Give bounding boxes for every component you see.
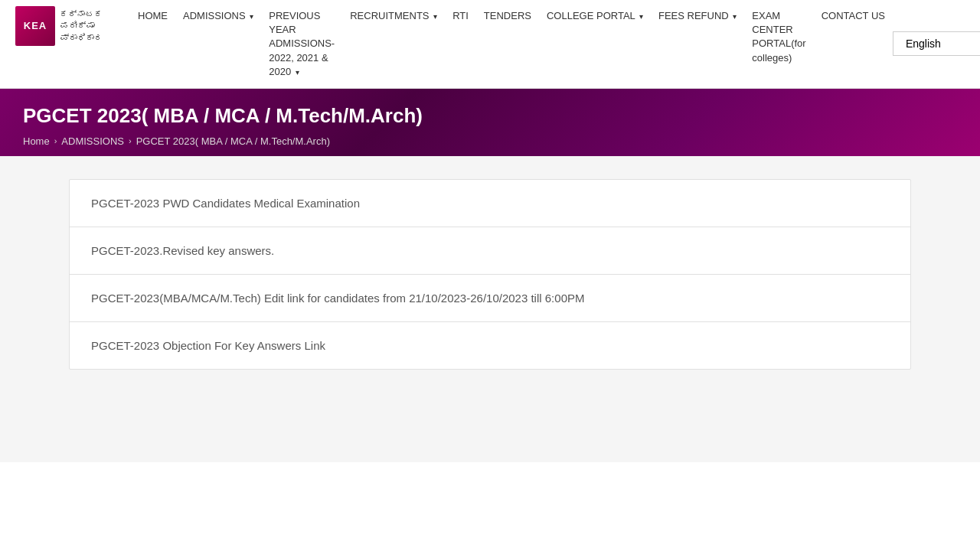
logo-text-line2: ಪ್ರಾಧಿಕಾರ <box>60 32 115 44</box>
nav-fees-refund[interactable]: FEES REFUND ▾ <box>651 6 744 26</box>
nav-rti[interactable]: RTI <box>445 6 476 26</box>
nav-home[interactable]: HOME <box>130 6 175 26</box>
nav-contact-label: CONTACT US <box>822 10 885 21</box>
hero-banner: PGCET 2023( MBA / MCA / M.Tech/M.Arch) H… <box>0 89 980 156</box>
kea-logo-icon: KEA <box>15 6 55 46</box>
language-selector-container: English Kannada <box>893 31 980 56</box>
nav-previous-year[interactable]: PREVIOUS YEAR ADMISSIONS-2022, 2021 & 20… <box>261 6 342 82</box>
logo-letters: KEA <box>24 20 47 32</box>
list-item[interactable]: PGCET-2023 Objection For Key Answers Lin… <box>70 322 910 369</box>
nav-admissions-label: ADMISSIONS <box>183 10 246 21</box>
list-item-text: PGCET-2023 Objection For Key Answers Lin… <box>91 339 325 352</box>
language-select[interactable]: English Kannada <box>893 31 980 56</box>
header: KEA ಕರ್ನಾಟಕ ಪರೀಕ್ಷಾ ಪ್ರಾಧಿಕಾರ HOME ADMIS… <box>0 0 980 89</box>
breadcrumb-chevron-2: › <box>129 136 132 145</box>
nav-home-label: HOME <box>138 10 168 21</box>
chevron-down-icon: ▾ <box>639 12 643 21</box>
logo-area: KEA ಕರ್ನಾಟಕ ಪರೀಕ್ಷಾ ಪ್ರಾಧಿಕಾರ <box>15 6 115 46</box>
breadcrumb-home[interactable]: Home <box>23 135 50 147</box>
list-item-text: PGCET-2023.Revised key answers. <box>91 244 274 257</box>
list-item-text: PGCET-2023(MBA/MCA/M.Tech) Edit link for… <box>91 292 584 305</box>
chevron-down-icon: ▾ <box>296 68 299 77</box>
main-content: PGCET-2023 PWD Candidates Medical Examin… <box>0 156 980 462</box>
list-item[interactable]: PGCET-2023.Revised key answers. <box>70 227 910 275</box>
list-item[interactable]: PGCET-2023 PWD Candidates Medical Examin… <box>70 180 910 227</box>
nav-rti-label: RTI <box>452 10 469 21</box>
nav-tenders-label: TENDERS <box>484 10 531 21</box>
chevron-down-icon: ▾ <box>250 12 253 21</box>
nav-tenders[interactable]: TENDERS <box>476 6 539 26</box>
nav-exam-center[interactable]: EXAM CENTER PORTAL(for colleges) <box>744 6 813 68</box>
nav-recruitments[interactable]: RECRUITMENTS ▾ <box>342 6 445 26</box>
chevron-down-icon: ▾ <box>433 12 437 21</box>
nav-previous-year-label: PREVIOUS YEAR ADMISSIONS-2022, 2021 & 20… <box>269 10 335 77</box>
nav-contact[interactable]: CONTACT US <box>814 6 893 26</box>
nav-fees-refund-label: FEES REFUND <box>658 10 729 21</box>
nav-college-portal-label: COLLEGE PORTAL <box>547 10 635 21</box>
breadcrumb: Home › ADMISSIONS › PGCET 2023( MBA / MC… <box>23 135 957 147</box>
breadcrumb-current: PGCET 2023( MBA / MCA / M.Tech/M.Arch) <box>136 135 330 147</box>
breadcrumb-admissions[interactable]: ADMISSIONS <box>61 135 124 147</box>
list-item-text: PGCET-2023 PWD Candidates Medical Examin… <box>91 197 360 210</box>
logo-text: ಕರ್ನಾಟಕ ಪರೀಕ್ಷಾ ಪ್ರಾಧಿಕಾರ <box>60 8 115 44</box>
page-title: PGCET 2023( MBA / MCA / M.Tech/M.Arch) <box>23 104 957 128</box>
main-nav: HOME ADMISSIONS ▾ PREVIOUS YEAR ADMISSIO… <box>130 6 893 82</box>
content-list-box: PGCET-2023 PWD Candidates Medical Examin… <box>69 179 911 370</box>
logo-text-line1: ಕರ್ನಾಟಕ ಪರೀಕ್ಷಾ <box>60 8 115 32</box>
nav-recruitments-label: RECRUITMENTS <box>350 10 429 21</box>
list-item[interactable]: PGCET-2023(MBA/MCA/M.Tech) Edit link for… <box>70 275 910 322</box>
nav-admissions[interactable]: ADMISSIONS ▾ <box>175 6 261 26</box>
nav-college-portal[interactable]: COLLEGE PORTAL ▾ <box>539 6 651 26</box>
chevron-down-icon: ▾ <box>733 12 737 21</box>
nav-exam-center-label: EXAM CENTER PORTAL(for colleges) <box>752 10 805 64</box>
breadcrumb-chevron-1: › <box>54 136 57 145</box>
